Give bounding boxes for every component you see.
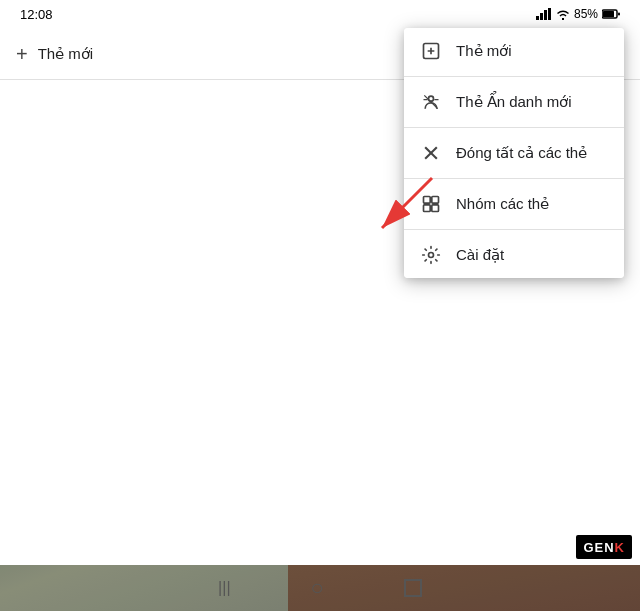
red-arrow <box>362 168 442 248</box>
svg-rect-14 <box>603 11 614 17</box>
incognito-label: Thẻ Ẩn danh mới <box>456 93 572 111</box>
close-tabs-icon <box>420 142 442 164</box>
settings-label: Cài đặt <box>456 246 504 264</box>
battery-icon <box>602 9 620 19</box>
svg-rect-10 <box>540 13 543 20</box>
battery-level: 85% <box>574 7 598 21</box>
status-bar: 12:08 85% <box>0 0 640 28</box>
signal-icon <box>536 8 552 20</box>
menu-item-new-tab[interactable]: Thẻ mới <box>404 28 624 74</box>
new-tab-label: Thẻ mới <box>456 42 512 60</box>
close-tabs-label: Đóng tất cả các thẻ <box>456 144 587 162</box>
nav-home-button[interactable]: ○ <box>311 575 324 601</box>
svg-rect-9 <box>536 16 539 20</box>
genk-watermark: GENK <box>576 535 632 559</box>
new-tab-icon <box>420 40 442 62</box>
wifi-icon <box>556 9 570 20</box>
divider-1 <box>404 76 624 77</box>
svg-point-29 <box>429 253 434 258</box>
new-tab-plus-icon[interactable]: + <box>16 44 28 64</box>
nav-recent-button[interactable]: ||| <box>218 579 230 597</box>
nav-back-button[interactable] <box>404 579 422 597</box>
menu-item-incognito[interactable]: Thẻ Ẩn danh mới <box>404 79 624 125</box>
svg-rect-15 <box>618 13 620 16</box>
divider-2 <box>404 127 624 128</box>
status-time: 12:08 <box>20 7 53 22</box>
svg-rect-11 <box>544 10 547 20</box>
svg-line-20 <box>424 95 437 108</box>
tab-label[interactable]: Thẻ mới <box>38 45 94 63</box>
incognito-icon <box>420 91 442 113</box>
svg-line-31 <box>382 178 432 228</box>
nav-bar: ||| ○ <box>0 565 640 611</box>
genk-text: GENK <box>583 540 625 555</box>
group-tabs-label: Nhóm các thẻ <box>456 195 549 213</box>
svg-rect-12 <box>548 8 551 20</box>
status-icons: 85% <box>536 7 620 21</box>
